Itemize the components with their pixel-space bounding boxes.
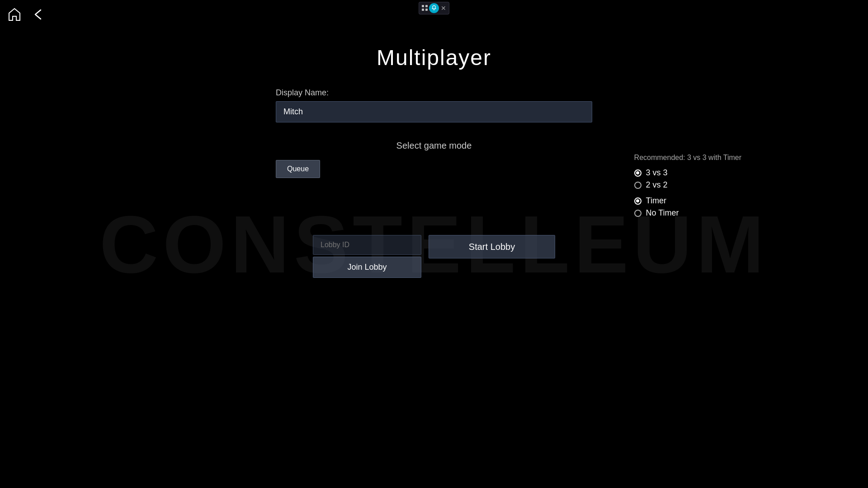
join-lobby-button[interactable]: Join Lobby (313, 257, 421, 278)
radio-timer-btn[interactable] (634, 197, 642, 205)
radio-no-timer-label: No Timer (646, 208, 679, 218)
radio-2v2-label: 2 vs 2 (646, 180, 668, 190)
queue-button[interactable]: Queue (276, 160, 320, 178)
display-name-input[interactable] (276, 101, 592, 122)
radio-3v3[interactable]: 3 vs 3 (634, 168, 741, 178)
top-nav (5, 5, 49, 24)
top-center-widget: ✕ (419, 2, 449, 14)
display-name-label: Display Name: (276, 88, 329, 98)
svg-rect-0 (433, 5, 435, 9)
game-mode-options: Recommended: 3 vs 3 with Timer 3 vs 3 2 … (634, 154, 741, 218)
lobby-left: Join Lobby (313, 235, 421, 278)
radio-2v2[interactable]: 2 vs 2 (634, 180, 741, 190)
radio-3v3-btn[interactable] (634, 169, 642, 177)
page-title: Multiplayer (377, 45, 491, 70)
main-content: Multiplayer Display Name: Select game mo… (276, 45, 592, 178)
close-icon[interactable]: ✕ (440, 5, 446, 12)
radio-2v2-btn[interactable] (634, 182, 642, 189)
home-button[interactable] (5, 5, 24, 24)
back-button[interactable] (29, 5, 49, 24)
mic-icon[interactable] (429, 3, 439, 13)
radio-timer[interactable]: Timer (634, 196, 741, 206)
radio-3v3-label: 3 vs 3 (646, 168, 668, 178)
lobby-id-input[interactable] (313, 235, 421, 255)
start-lobby-button[interactable]: Start Lobby (429, 235, 555, 258)
recommended-text: Recommended: 3 vs 3 with Timer (634, 154, 741, 162)
radio-no-timer[interactable]: No Timer (634, 208, 741, 218)
lobby-section: Join Lobby Start Lobby (313, 235, 555, 278)
select-game-mode-label: Select game mode (396, 141, 472, 151)
grid-icon (422, 5, 428, 11)
radio-timer-label: Timer (646, 196, 666, 206)
radio-no-timer-btn[interactable] (634, 210, 642, 217)
